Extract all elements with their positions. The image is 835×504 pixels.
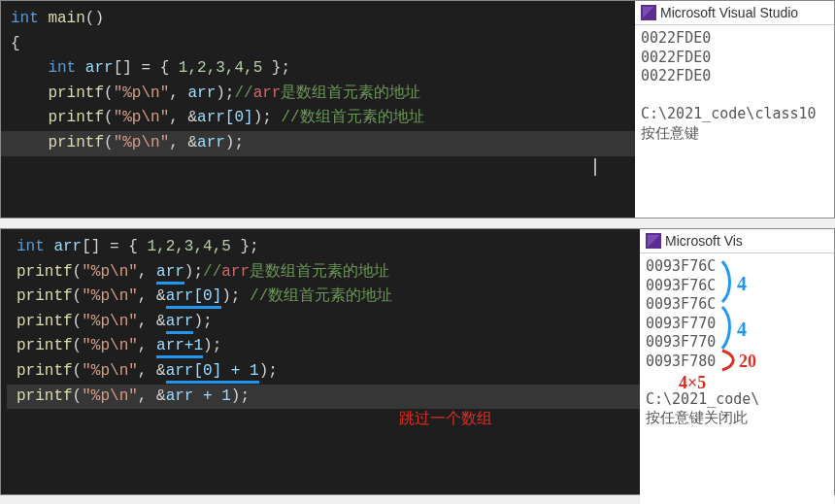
id-arr: arr bbox=[45, 238, 82, 255]
fn-printf: printf bbox=[48, 134, 104, 151]
addr-line: 0093F780 bbox=[646, 353, 716, 370]
arg-arr-plus1-underlined: arr+1 bbox=[156, 337, 203, 358]
arg-arr0-plus1-underlined: arr[0] + 1 bbox=[166, 362, 259, 384]
code-line: printf("%p\n", &arr); bbox=[17, 310, 630, 335]
console-output-top: Microsoft Visual Studio 0022FDE0 0022FDE… bbox=[635, 1, 834, 218]
addr-line: 0093F770 bbox=[646, 333, 716, 351]
prompt-line: 按任意键 bbox=[641, 124, 699, 142]
code-line: int arr[] = { 1,2,3,4,5 }; bbox=[11, 56, 625, 82]
console-title: Microsoft Visual Studio bbox=[660, 5, 798, 20]
comment: 是数组首元素的地址 bbox=[250, 263, 389, 281]
fn-printf: printf bbox=[17, 263, 73, 281]
code-line: int main() bbox=[11, 7, 625, 32]
code-line: printf("%p\n", arr);//arr是数组首元素的地址 bbox=[17, 260, 630, 286]
text-cursor-icon bbox=[594, 158, 596, 176]
handwriting-diff-4: 4 bbox=[737, 271, 747, 296]
parens: () bbox=[85, 10, 104, 27]
fn-printf: printf bbox=[48, 84, 104, 102]
arg-arr-addr-plus1: arr + 1 bbox=[166, 387, 231, 405]
arg-arr: arr bbox=[187, 84, 216, 102]
bottom-panel: int arr[] = { 1,2,3,4,5 }; printf("%p\n"… bbox=[0, 228, 835, 495]
fn-printf: printf bbox=[17, 287, 73, 305]
fn-printf: printf bbox=[17, 337, 73, 354]
fn-main: main bbox=[39, 10, 85, 27]
handwriting-diff-4: 4 bbox=[737, 317, 747, 342]
comment: 是数组首元素的地址 bbox=[281, 84, 420, 102]
keyword-int: int bbox=[48, 59, 76, 77]
format-string: "%p\n" bbox=[82, 387, 138, 405]
format-string: "%p\n" bbox=[82, 263, 138, 281]
arg-arr-underlined: arr bbox=[156, 263, 184, 285]
addr-line: 0093F76C bbox=[646, 295, 716, 313]
visual-studio-icon bbox=[646, 233, 661, 249]
code-line-highlighted: printf("%p\n", &arr); bbox=[1, 131, 635, 156]
annotation-skip-array: 跳过一个数组 bbox=[399, 406, 492, 431]
code-line: int arr[] = { 1,2,3,4,5 }; bbox=[17, 235, 630, 260]
console-output-bottom: Microsoft Vis 0093F76C 0093F76C 0093F76C… bbox=[640, 229, 834, 494]
array-values: 1,2,3,4,5 bbox=[147, 238, 230, 255]
path-line: C:\2021_code\class10 bbox=[641, 105, 817, 122]
code-line: printf("%p\n", &arr[0]); //数组首元素的地址 bbox=[11, 106, 625, 131]
code-line: printf("%p\n", &arr[0]); //数组首元素的地址 bbox=[17, 285, 630, 310]
fn-printf: printf bbox=[17, 362, 73, 380]
handwriting-diff-20: 20 bbox=[739, 351, 756, 373]
format-string: "%p\n" bbox=[114, 134, 170, 151]
fn-printf: printf bbox=[17, 313, 73, 330]
code-line: { bbox=[11, 32, 625, 57]
addr-line: 0093F76C bbox=[646, 257, 716, 275]
addr-line: 0022FDE0 bbox=[641, 49, 711, 66]
code-editor-top[interactable]: int main() { int arr[] = { 1,2,3,4,5 }; … bbox=[1, 1, 635, 218]
format-string: "%p\n" bbox=[82, 287, 138, 305]
console-text: 0093F76C 0093F76C 0093F76C 0093F770 0093… bbox=[640, 253, 834, 504]
prompt-line: 按任意键关闭此 bbox=[646, 409, 748, 426]
code-line-highlighted: printf("%p\n", &arr + 1); bbox=[7, 385, 640, 410]
comment: //数组首元素的地址 bbox=[281, 109, 423, 126]
format-string: "%p\n" bbox=[114, 84, 170, 102]
visual-studio-icon bbox=[641, 5, 656, 20]
handwriting-4x5: 4×5 bbox=[679, 372, 706, 394]
addr-line: 0093F76C bbox=[646, 277, 716, 294]
code-line: printf("%p\n", &arr[0] + 1); bbox=[17, 359, 630, 385]
format-string: "%p\n" bbox=[82, 362, 138, 380]
fn-printf: printf bbox=[48, 109, 104, 126]
arg-arr-addr: arr bbox=[197, 134, 225, 151]
format-string: "%p\n" bbox=[114, 109, 170, 126]
addr-line: 0022FDE0 bbox=[641, 67, 711, 84]
blank-line bbox=[11, 156, 625, 182]
addr-line: 0022FDE0 bbox=[641, 29, 711, 47]
comment: //数组首元素的地址 bbox=[250, 287, 392, 305]
arg-arr0-underlined: arr[0] bbox=[166, 287, 222, 309]
fn-printf: printf bbox=[17, 387, 73, 405]
code-line: printf("%p\n", arr);//arr是数组首元素的地址 bbox=[11, 82, 625, 107]
code-editor-bottom[interactable]: int arr[] = { 1,2,3,4,5 }; printf("%p\n"… bbox=[1, 229, 640, 494]
id-arr: arr bbox=[76, 59, 113, 77]
keyword-int: int bbox=[11, 10, 39, 27]
arg-arr-addr-underlined: arr bbox=[166, 313, 194, 334]
format-string: "%p\n" bbox=[82, 337, 138, 354]
addr-line: 0093F770 bbox=[646, 315, 716, 332]
array-values: 1,2,3,4,5 bbox=[179, 59, 262, 77]
console-text: 0022FDE0 0022FDE0 0022FDE0 C:\2021_code\… bbox=[635, 25, 834, 218]
arg-arr0: arr[0] bbox=[197, 109, 253, 126]
console-title-bar: Microsoft Visual Studio bbox=[635, 1, 834, 25]
code-line: printf("%p\n", arr+1); bbox=[17, 334, 630, 359]
keyword-int: int bbox=[17, 238, 45, 255]
format-string: "%p\n" bbox=[82, 313, 138, 330]
console-title: Microsoft Vis bbox=[665, 233, 743, 249]
console-title-bar: Microsoft Vis bbox=[640, 229, 834, 253]
top-panel: int main() { int arr[] = { 1,2,3,4,5 }; … bbox=[0, 0, 835, 218]
